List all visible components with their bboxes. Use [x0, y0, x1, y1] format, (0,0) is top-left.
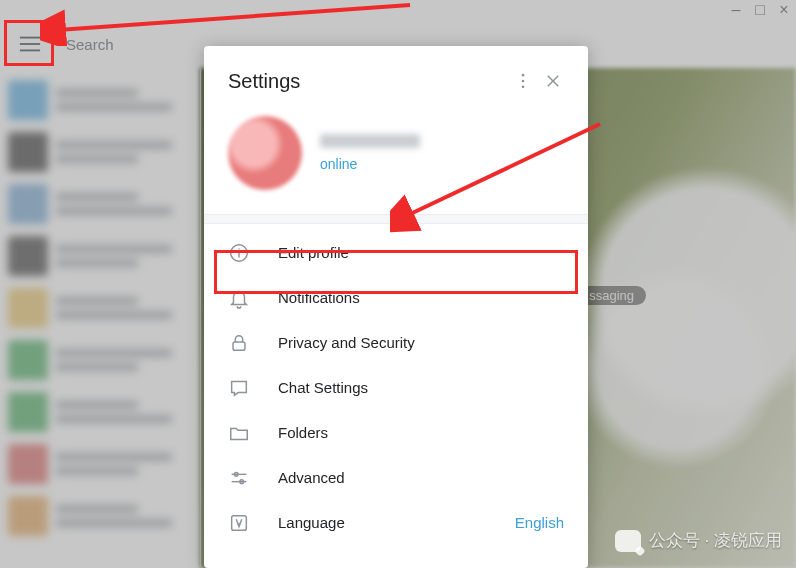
maximize-button[interactable]: □: [748, 0, 772, 20]
svg-point-10: [238, 248, 239, 249]
close-window-button[interactable]: ×: [772, 0, 796, 20]
menu-language[interactable]: Language English: [204, 500, 588, 545]
svg-rect-11: [233, 342, 245, 350]
profile-info: online: [320, 134, 420, 172]
menu-label: Folders: [278, 424, 564, 441]
menu-chat-settings[interactable]: Chat Settings: [204, 365, 588, 410]
close-icon: [544, 72, 562, 90]
svg-point-4: [522, 80, 525, 83]
close-settings-button[interactable]: [538, 66, 568, 96]
settings-menu: Edit profile Notifications Privacy and S…: [204, 224, 588, 545]
menu-edit-profile[interactable]: Edit profile: [204, 230, 588, 275]
menu-notifications[interactable]: Notifications: [204, 275, 588, 320]
info-icon: [228, 242, 250, 264]
kebab-icon: [513, 71, 533, 91]
settings-title: Settings: [228, 70, 508, 93]
menu-label: Chat Settings: [278, 379, 564, 396]
menu-advanced[interactable]: Advanced: [204, 455, 588, 500]
menu-privacy[interactable]: Privacy and Security: [204, 320, 588, 365]
menu-label: Privacy and Security: [278, 334, 564, 351]
menu-label: Advanced: [278, 469, 564, 486]
window-controls: – □ ×: [724, 0, 796, 20]
watermark-text: 公众号 · 凌锐应用: [649, 529, 782, 552]
sliders-icon: [228, 467, 250, 489]
svg-point-3: [522, 74, 525, 77]
lock-icon: [228, 332, 250, 354]
menu-value: English: [515, 514, 564, 531]
separator: [204, 214, 588, 224]
settings-header: Settings: [204, 46, 588, 110]
menu-label: Notifications: [278, 289, 564, 306]
profile-name: [320, 134, 420, 148]
profile-status: online: [320, 156, 420, 172]
settings-panel: Settings online Edit profile Notificatio…: [204, 46, 588, 568]
watermark: 公众号 · 凌锐应用: [615, 529, 782, 552]
bell-icon: [228, 287, 250, 309]
annotation-highlight-hamburger: [4, 20, 54, 66]
menu-label: Edit profile: [278, 244, 564, 261]
language-icon: [228, 512, 250, 534]
folder-icon: [228, 422, 250, 444]
avatar: [228, 116, 302, 190]
profile-section[interactable]: online: [204, 110, 588, 214]
svg-point-5: [522, 86, 525, 89]
menu-folders[interactable]: Folders: [204, 410, 588, 455]
menu-label: Language: [278, 514, 487, 531]
watermark-icon: [615, 530, 641, 552]
chat-icon: [228, 377, 250, 399]
minimize-button[interactable]: –: [724, 0, 748, 20]
more-menu-button[interactable]: [508, 66, 538, 96]
